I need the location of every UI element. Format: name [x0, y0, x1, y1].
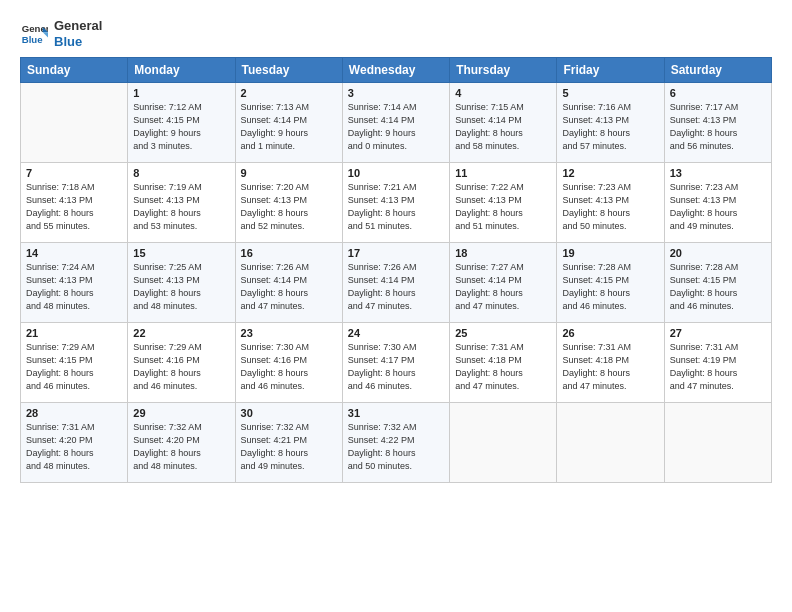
day-info: Sunrise: 7:15 AM Sunset: 4:14 PM Dayligh…	[455, 101, 551, 153]
calendar-cell: 27Sunrise: 7:31 AM Sunset: 4:19 PM Dayli…	[664, 323, 771, 403]
day-number: 18	[455, 247, 551, 259]
calendar-cell: 19Sunrise: 7:28 AM Sunset: 4:15 PM Dayli…	[557, 243, 664, 323]
day-info: Sunrise: 7:17 AM Sunset: 4:13 PM Dayligh…	[670, 101, 766, 153]
day-info: Sunrise: 7:32 AM Sunset: 4:22 PM Dayligh…	[348, 421, 444, 473]
weekday-header: Thursday	[450, 58, 557, 83]
day-info: Sunrise: 7:18 AM Sunset: 4:13 PM Dayligh…	[26, 181, 122, 233]
day-info: Sunrise: 7:28 AM Sunset: 4:15 PM Dayligh…	[670, 261, 766, 313]
day-info: Sunrise: 7:27 AM Sunset: 4:14 PM Dayligh…	[455, 261, 551, 313]
day-number: 30	[241, 407, 337, 419]
weekday-header: Monday	[128, 58, 235, 83]
day-info: Sunrise: 7:12 AM Sunset: 4:15 PM Dayligh…	[133, 101, 229, 153]
day-info: Sunrise: 7:14 AM Sunset: 4:14 PM Dayligh…	[348, 101, 444, 153]
calendar-cell: 12Sunrise: 7:23 AM Sunset: 4:13 PM Dayli…	[557, 163, 664, 243]
calendar-week-row: 14Sunrise: 7:24 AM Sunset: 4:13 PM Dayli…	[21, 243, 772, 323]
day-number: 19	[562, 247, 658, 259]
calendar-cell: 7Sunrise: 7:18 AM Sunset: 4:13 PM Daylig…	[21, 163, 128, 243]
calendar-cell: 21Sunrise: 7:29 AM Sunset: 4:15 PM Dayli…	[21, 323, 128, 403]
calendar-cell: 25Sunrise: 7:31 AM Sunset: 4:18 PM Dayli…	[450, 323, 557, 403]
day-number: 23	[241, 327, 337, 339]
calendar-week-row: 7Sunrise: 7:18 AM Sunset: 4:13 PM Daylig…	[21, 163, 772, 243]
calendar-cell	[450, 403, 557, 483]
day-number: 17	[348, 247, 444, 259]
day-info: Sunrise: 7:24 AM Sunset: 4:13 PM Dayligh…	[26, 261, 122, 313]
logo: General Blue GeneralBlue	[20, 18, 102, 49]
day-number: 10	[348, 167, 444, 179]
day-number: 25	[455, 327, 551, 339]
calendar-week-row: 28Sunrise: 7:31 AM Sunset: 4:20 PM Dayli…	[21, 403, 772, 483]
calendar-cell: 22Sunrise: 7:29 AM Sunset: 4:16 PM Dayli…	[128, 323, 235, 403]
calendar-cell: 10Sunrise: 7:21 AM Sunset: 4:13 PM Dayli…	[342, 163, 449, 243]
day-info: Sunrise: 7:29 AM Sunset: 4:15 PM Dayligh…	[26, 341, 122, 393]
calendar-cell: 18Sunrise: 7:27 AM Sunset: 4:14 PM Dayli…	[450, 243, 557, 323]
calendar-cell: 16Sunrise: 7:26 AM Sunset: 4:14 PM Dayli…	[235, 243, 342, 323]
day-info: Sunrise: 7:30 AM Sunset: 4:16 PM Dayligh…	[241, 341, 337, 393]
day-number: 12	[562, 167, 658, 179]
calendar-cell: 26Sunrise: 7:31 AM Sunset: 4:18 PM Dayli…	[557, 323, 664, 403]
calendar-cell: 9Sunrise: 7:20 AM Sunset: 4:13 PM Daylig…	[235, 163, 342, 243]
day-info: Sunrise: 7:26 AM Sunset: 4:14 PM Dayligh…	[241, 261, 337, 313]
day-number: 22	[133, 327, 229, 339]
calendar-cell	[664, 403, 771, 483]
weekday-header: Tuesday	[235, 58, 342, 83]
day-number: 28	[26, 407, 122, 419]
calendar-cell: 29Sunrise: 7:32 AM Sunset: 4:20 PM Dayli…	[128, 403, 235, 483]
day-info: Sunrise: 7:23 AM Sunset: 4:13 PM Dayligh…	[562, 181, 658, 233]
calendar-cell: 13Sunrise: 7:23 AM Sunset: 4:13 PM Dayli…	[664, 163, 771, 243]
day-number: 31	[348, 407, 444, 419]
day-number: 16	[241, 247, 337, 259]
weekday-header: Sunday	[21, 58, 128, 83]
day-number: 24	[348, 327, 444, 339]
day-number: 27	[670, 327, 766, 339]
day-info: Sunrise: 7:23 AM Sunset: 4:13 PM Dayligh…	[670, 181, 766, 233]
header: General Blue GeneralBlue	[20, 18, 772, 49]
day-number: 5	[562, 87, 658, 99]
weekday-header: Wednesday	[342, 58, 449, 83]
day-info: Sunrise: 7:30 AM Sunset: 4:17 PM Dayligh…	[348, 341, 444, 393]
day-info: Sunrise: 7:16 AM Sunset: 4:13 PM Dayligh…	[562, 101, 658, 153]
day-number: 11	[455, 167, 551, 179]
day-info: Sunrise: 7:25 AM Sunset: 4:13 PM Dayligh…	[133, 261, 229, 313]
calendar-cell	[557, 403, 664, 483]
day-info: Sunrise: 7:32 AM Sunset: 4:20 PM Dayligh…	[133, 421, 229, 473]
day-info: Sunrise: 7:19 AM Sunset: 4:13 PM Dayligh…	[133, 181, 229, 233]
day-number: 1	[133, 87, 229, 99]
day-info: Sunrise: 7:31 AM Sunset: 4:18 PM Dayligh…	[562, 341, 658, 393]
calendar-cell: 11Sunrise: 7:22 AM Sunset: 4:13 PM Dayli…	[450, 163, 557, 243]
day-info: Sunrise: 7:31 AM Sunset: 4:19 PM Dayligh…	[670, 341, 766, 393]
day-number: 7	[26, 167, 122, 179]
svg-text:Blue: Blue	[22, 33, 43, 44]
calendar-cell: 24Sunrise: 7:30 AM Sunset: 4:17 PM Dayli…	[342, 323, 449, 403]
logo-text: GeneralBlue	[54, 18, 102, 49]
calendar-cell: 6Sunrise: 7:17 AM Sunset: 4:13 PM Daylig…	[664, 83, 771, 163]
day-number: 15	[133, 247, 229, 259]
calendar-cell: 2Sunrise: 7:13 AM Sunset: 4:14 PM Daylig…	[235, 83, 342, 163]
weekday-header: Saturday	[664, 58, 771, 83]
calendar-cell: 1Sunrise: 7:12 AM Sunset: 4:15 PM Daylig…	[128, 83, 235, 163]
day-number: 14	[26, 247, 122, 259]
day-number: 9	[241, 167, 337, 179]
calendar-cell: 5Sunrise: 7:16 AM Sunset: 4:13 PM Daylig…	[557, 83, 664, 163]
calendar-cell: 20Sunrise: 7:28 AM Sunset: 4:15 PM Dayli…	[664, 243, 771, 323]
day-number: 20	[670, 247, 766, 259]
calendar-week-row: 21Sunrise: 7:29 AM Sunset: 4:15 PM Dayli…	[21, 323, 772, 403]
day-info: Sunrise: 7:22 AM Sunset: 4:13 PM Dayligh…	[455, 181, 551, 233]
day-number: 8	[133, 167, 229, 179]
calendar-cell: 23Sunrise: 7:30 AM Sunset: 4:16 PM Dayli…	[235, 323, 342, 403]
calendar-week-row: 1Sunrise: 7:12 AM Sunset: 4:15 PM Daylig…	[21, 83, 772, 163]
day-number: 21	[26, 327, 122, 339]
calendar-header: SundayMondayTuesdayWednesdayThursdayFrid…	[21, 58, 772, 83]
calendar-cell: 3Sunrise: 7:14 AM Sunset: 4:14 PM Daylig…	[342, 83, 449, 163]
day-info: Sunrise: 7:26 AM Sunset: 4:14 PM Dayligh…	[348, 261, 444, 313]
calendar-cell: 30Sunrise: 7:32 AM Sunset: 4:21 PM Dayli…	[235, 403, 342, 483]
day-number: 13	[670, 167, 766, 179]
day-info: Sunrise: 7:31 AM Sunset: 4:20 PM Dayligh…	[26, 421, 122, 473]
day-info: Sunrise: 7:21 AM Sunset: 4:13 PM Dayligh…	[348, 181, 444, 233]
calendar-cell: 8Sunrise: 7:19 AM Sunset: 4:13 PM Daylig…	[128, 163, 235, 243]
day-number: 4	[455, 87, 551, 99]
day-number: 6	[670, 87, 766, 99]
day-info: Sunrise: 7:29 AM Sunset: 4:16 PM Dayligh…	[133, 341, 229, 393]
day-info: Sunrise: 7:28 AM Sunset: 4:15 PM Dayligh…	[562, 261, 658, 313]
calendar-table: SundayMondayTuesdayWednesdayThursdayFrid…	[20, 57, 772, 483]
page-container: General Blue GeneralBlue SundayMondayTue…	[0, 0, 792, 493]
